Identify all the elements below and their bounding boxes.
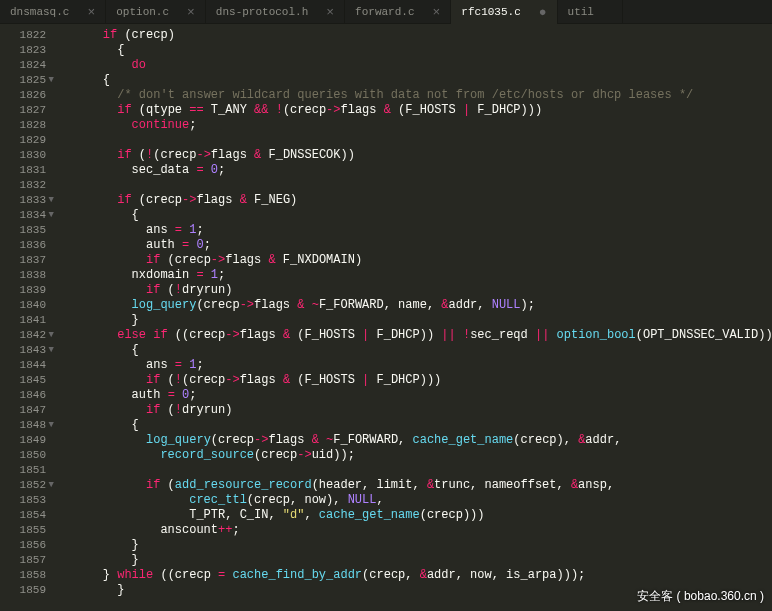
line-number: 1825▼ [0, 73, 46, 88]
tab-label: forward.c [355, 6, 414, 18]
tab-dnsmasq-c[interactable]: dnsmasq.c× [0, 0, 106, 24]
code-line: sec_data = 0; [74, 163, 772, 178]
code-line: if (add_resource_record(header, limit, &… [74, 478, 772, 493]
code-line: crec_ttl(crecp, now), NULL, [74, 493, 772, 508]
line-number: 1842▼ [0, 328, 46, 343]
line-number: 1822 [0, 28, 46, 43]
tab-util[interactable]: util [558, 0, 623, 24]
line-number: 1837 [0, 253, 46, 268]
code-editor: 1822182318241825▼18261827182818291830183… [0, 24, 772, 611]
code-line: { [74, 418, 772, 433]
code-line: if (!(crecp->flags & F_DNSSECOK)) [74, 148, 772, 163]
fold-indicator-icon[interactable]: ▼ [49, 343, 54, 358]
line-number: 1851 [0, 463, 46, 478]
line-number: 1833▼ [0, 193, 46, 208]
line-number: 1834▼ [0, 208, 46, 223]
line-number: 1845 [0, 373, 46, 388]
tab-label: util [568, 6, 594, 18]
line-number: 1823 [0, 43, 46, 58]
code-line: { [74, 208, 772, 223]
close-icon[interactable]: × [187, 5, 195, 20]
line-number: 1827 [0, 103, 46, 118]
line-number: 1847 [0, 403, 46, 418]
code-line: if (crecp->flags & F_NEG) [74, 193, 772, 208]
line-number: 1846 [0, 388, 46, 403]
code-line: { [74, 343, 772, 358]
code-line: /* don't answer wildcard queries with da… [74, 88, 772, 103]
tab-rfc1035-c[interactable]: rfc1035.c● [451, 0, 557, 24]
line-number: 1838 [0, 268, 46, 283]
line-number: 1840 [0, 298, 46, 313]
line-number: 1849 [0, 433, 46, 448]
line-number: 1856 [0, 538, 46, 553]
line-number: 1832 [0, 178, 46, 193]
watermark-text: 安全客 ( bobao.360.cn ) [637, 588, 764, 605]
line-number-gutter: 1822182318241825▼18261827182818291830183… [0, 24, 56, 611]
line-number: 1852▼ [0, 478, 46, 493]
code-line: auth = 0; [74, 238, 772, 253]
tab-bar: dnsmasq.c×option.c×dns-protocol.h×forwar… [0, 0, 772, 24]
code-line: log_query(crecp->flags & ~F_FORWARD, cac… [74, 433, 772, 448]
line-number: 1829 [0, 133, 46, 148]
line-number: 1854 [0, 508, 46, 523]
code-line: continue; [74, 118, 772, 133]
tab-dns-protocol-h[interactable]: dns-protocol.h× [206, 0, 345, 24]
line-number: 1839 [0, 283, 46, 298]
code-line: if (crecp->flags & F_NXDOMAIN) [74, 253, 772, 268]
tab-label: dns-protocol.h [216, 6, 308, 18]
line-number: 1831 [0, 163, 46, 178]
close-icon[interactable]: × [87, 5, 95, 20]
fold-indicator-icon[interactable]: ▼ [49, 328, 54, 343]
fold-indicator-icon[interactable]: ▼ [49, 73, 54, 88]
line-number: 1859 [0, 583, 46, 598]
line-number: 1855 [0, 523, 46, 538]
fold-indicator-icon[interactable]: ▼ [49, 193, 54, 208]
line-number: 1850 [0, 448, 46, 463]
line-number: 1853 [0, 493, 46, 508]
code-line: nxdomain = 1; [74, 268, 772, 283]
tab-option-c[interactable]: option.c× [106, 0, 206, 24]
close-icon[interactable]: × [326, 5, 334, 20]
tab-forward-c[interactable]: forward.c× [345, 0, 451, 24]
line-number: 1848▼ [0, 418, 46, 433]
close-icon[interactable]: × [433, 5, 441, 20]
code-line: } [74, 313, 772, 328]
fold-indicator-icon[interactable]: ▼ [49, 478, 54, 493]
line-number: 1843▼ [0, 343, 46, 358]
code-line: if (!dryrun) [74, 403, 772, 418]
code-line: if (qtype == T_ANY && !(crecp->flags & (… [74, 103, 772, 118]
line-number: 1828 [0, 118, 46, 133]
code-line: { [74, 43, 772, 58]
tab-label: dnsmasq.c [10, 6, 69, 18]
code-line: auth = 0; [74, 388, 772, 403]
code-area[interactable]: if (crecp) { do { /* don't answer wildca… [56, 24, 772, 611]
line-number: 1826 [0, 88, 46, 103]
code-line: record_source(crecp->uid)); [74, 448, 772, 463]
code-line [74, 178, 772, 193]
code-line: anscount++; [74, 523, 772, 538]
code-line [74, 463, 772, 478]
line-number: 1858 [0, 568, 46, 583]
code-line: if (!(crecp->flags & (F_HOSTS | F_DHCP))… [74, 373, 772, 388]
code-line: } while ((crecp = cache_find_by_addr(cre… [74, 568, 772, 583]
line-number: 1841 [0, 313, 46, 328]
code-line: ans = 1; [74, 358, 772, 373]
code-line: ans = 1; [74, 223, 772, 238]
tab-label: option.c [116, 6, 169, 18]
code-line: { [74, 73, 772, 88]
line-number: 1830 [0, 148, 46, 163]
line-number: 1844 [0, 358, 46, 373]
line-number: 1835 [0, 223, 46, 238]
tab-label: rfc1035.c [461, 6, 520, 18]
line-number: 1836 [0, 238, 46, 253]
fold-indicator-icon[interactable]: ▼ [49, 418, 54, 433]
code-line: T_PTR, C_IN, "d", cache_get_name(crecp))… [74, 508, 772, 523]
code-line: do [74, 58, 772, 73]
code-line [74, 133, 772, 148]
fold-indicator-icon[interactable]: ▼ [49, 208, 54, 223]
code-line: } [74, 538, 772, 553]
code-line: if (!dryrun) [74, 283, 772, 298]
line-number: 1857 [0, 553, 46, 568]
code-line: } [74, 553, 772, 568]
close-icon[interactable]: ● [539, 5, 547, 20]
